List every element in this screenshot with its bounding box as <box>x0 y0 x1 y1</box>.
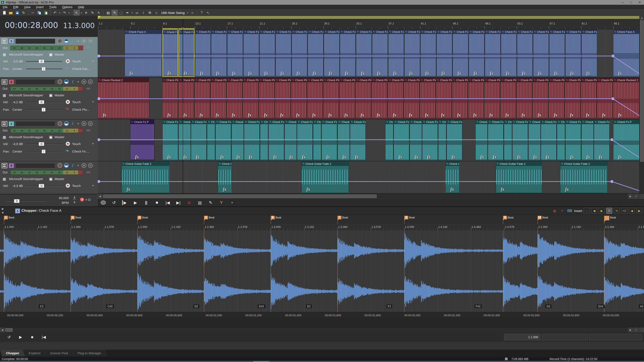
chopper-play-button[interactable]: ▶ <box>18 335 23 340</box>
fx-badge[interactable]: fx <box>493 154 496 159</box>
clip-event[interactable]: ↻Check Fx P <box>207 119 215 160</box>
zoom-out-icon[interactable]: − <box>639 328 644 332</box>
redo-caret-icon[interactable]: ▾ <box>68 10 70 15</box>
fx-badge[interactable]: fx <box>546 154 550 159</box>
clip-event[interactable]: ↻Check Face Afx <box>388 29 404 77</box>
pause-button[interactable]: || <box>144 200 149 205</box>
beat-ruler[interactable]: 1.15.19.113.117.121.125.129.133.137.141.… <box>98 19 644 29</box>
audio-event-icon[interactable]: ◍ <box>552 208 558 214</box>
clip-event[interactable]: ↻Check Plucked 2fx <box>420 78 436 119</box>
clip-event[interactable]: ↻Check Face Afx <box>195 29 211 77</box>
clip-event[interactable]: ↻Check Face Afx <box>549 29 565 77</box>
fx-badge[interactable]: fx <box>280 71 284 76</box>
track-layout-icon[interactable] <box>2 163 7 168</box>
fx-icon[interactable]: ƒ <box>70 121 75 126</box>
clip-event[interactable]: ↻Check Fx Pfx <box>410 119 422 160</box>
fx-badge[interactable]: fx <box>361 113 364 118</box>
record-arm-icon[interactable] <box>58 121 62 126</box>
fx-badge[interactable]: fx <box>458 71 461 76</box>
paint-tool-icon[interactable]: ✒ <box>124 10 130 15</box>
solo-icon[interactable]: S! <box>88 39 93 43</box>
fx-badge[interactable]: fx <box>168 71 171 75</box>
fx-badge[interactable]: fx <box>618 113 622 118</box>
beat-marker-end[interactable] <box>604 216 610 222</box>
clip-event[interactable]: ↻Check Fx Pfx <box>566 119 581 160</box>
chopper-stop-button[interactable]: ■ <box>30 335 35 340</box>
clip-event[interactable]: ↻Check Fx Pfx <box>130 119 154 160</box>
clip-event[interactable]: ↻Check Plucked 2fx <box>517 78 532 119</box>
clip-event[interactable]: ↻Check Guitar Fade 2fx <box>302 161 349 193</box>
clip-event[interactable]: ↻Check Face Afx <box>453 29 468 77</box>
fx-badge[interactable]: fx <box>506 71 510 76</box>
automation-settings-icon[interactable] <box>66 100 70 104</box>
device-name[interactable]: Microsoft Soundmapper <box>9 135 43 139</box>
clip-event[interactable]: ↻Check Face Afx <box>437 29 452 77</box>
fx-badge[interactable]: fx <box>457 113 461 118</box>
scroll-up-icon[interactable]: ▲ <box>640 16 644 20</box>
fx-badge[interactable]: fx <box>618 154 622 159</box>
fx-badge[interactable]: fx <box>290 154 293 159</box>
bus-icon[interactable]: ▣ <box>49 177 52 181</box>
track-name-input[interactable] <box>16 121 55 126</box>
record-button[interactable] <box>101 200 106 205</box>
clip-event[interactable]: ↻Check Plucked 2fx <box>404 78 420 119</box>
clip-event[interactable]: ↻Check Fx Pfx <box>178 119 190 160</box>
solo-icon[interactable]: S! <box>88 163 93 168</box>
fx-badge[interactable]: fx <box>280 113 284 118</box>
automation-mode[interactable]: Touch <box>72 59 81 63</box>
halve-selection-button[interactable]: ½ <box>614 208 620 214</box>
clip-event[interactable]: ↻Check Face Afx <box>211 29 227 77</box>
clip-event[interactable]: ↻Check Fx Pfx <box>512 119 528 160</box>
clip-event[interactable]: ↻Check Plucked 2fx <box>211 78 226 119</box>
draw-tool-pressed-icon[interactable]: ↖ <box>74 10 80 15</box>
fx-badge[interactable]: fx <box>232 113 236 118</box>
fx-badge[interactable]: fx <box>296 113 300 118</box>
play-button[interactable]: ▶ <box>133 200 138 205</box>
fx-badge[interactable]: fx <box>474 71 478 76</box>
save-project-icon[interactable] <box>14 10 20 15</box>
fx-badge[interactable]: fx <box>473 113 477 118</box>
fx-badge[interactable]: fx <box>506 113 509 118</box>
timeline-track-4[interactable]: ↻Check Guitar Fade 2fx↻Check Guitar Fade… <box>98 161 644 194</box>
fx-badge[interactable]: fx <box>393 113 396 118</box>
open-project-icon[interactable] <box>8 10 14 15</box>
chopper-loop-playback-button[interactable]: ↺ <box>6 335 12 340</box>
clip-event[interactable]: ↻Check Face Afx <box>292 29 308 77</box>
fx-badge[interactable]: fx <box>538 71 542 76</box>
waveform-canvas[interactable] <box>0 230 644 312</box>
playhead[interactable] <box>183 19 183 194</box>
clip-event[interactable]: ↻Check Fx Pfx <box>350 119 366 160</box>
tool-caret-icon[interactable]: ▾ <box>80 10 83 15</box>
clip-event[interactable]: ↻Check Face Afx <box>404 29 420 77</box>
automation-caret-icon[interactable]: ▾ <box>92 60 94 62</box>
fx-caret-icon[interactable]: ▾ <box>77 79 80 84</box>
auto-tool-button[interactable]: Y <box>219 200 224 205</box>
clip-event[interactable]: ↻Check Fx Pfx <box>191 119 207 160</box>
fx-badge[interactable]: fx <box>501 187 504 192</box>
fx-badge[interactable]: fx <box>442 71 445 76</box>
clip-event[interactable]: ↻Check Fx Pfx <box>594 119 610 160</box>
clip-event[interactable]: ↻Check Plucked 2fx <box>452 78 468 119</box>
fx-badge[interactable]: fx <box>450 187 454 192</box>
clip-event[interactable]: ↻Check Face Afx <box>372 29 388 77</box>
fx-badge[interactable]: fx <box>312 113 316 118</box>
timeline-hscrollbar[interactable]: ◀▶+− <box>98 194 644 199</box>
clip-event[interactable]: ↻Check Face Afx <box>420 29 436 77</box>
double-selection-button[interactable]: ×2 <box>621 208 627 214</box>
clip-event[interactable]: ↻Check Fx P <box>557 119 565 160</box>
clip-event[interactable]: ↻Check Fx Pfx <box>582 119 594 160</box>
clip-event[interactable]: ↻Check Plucked 2fx <box>613 78 644 119</box>
solo-icon[interactable]: S! <box>88 121 93 126</box>
clip-event[interactable]: ↻Check Face Afx <box>125 29 162 77</box>
clip-event[interactable]: ↻Check Face Afx <box>308 29 324 77</box>
clip-event[interactable]: ↻Check Guitar Fade 2fx <box>218 161 232 193</box>
value-box-2[interactable] <box>542 334 588 340</box>
solo-icon[interactable]: S! <box>88 79 93 84</box>
clip-event[interactable]: ↻Check Face Afx <box>244 29 259 77</box>
fx-badge[interactable]: fx <box>196 154 200 159</box>
automation-caret-icon[interactable]: ▾ <box>92 100 94 103</box>
insert-label[interactable]: Insert <box>574 209 582 213</box>
new-file-icon[interactable] <box>1 10 7 15</box>
envelope-tool-icon[interactable]: ✕ <box>83 10 89 15</box>
clip-event[interactable]: ↻Check Face Afx <box>533 29 549 77</box>
